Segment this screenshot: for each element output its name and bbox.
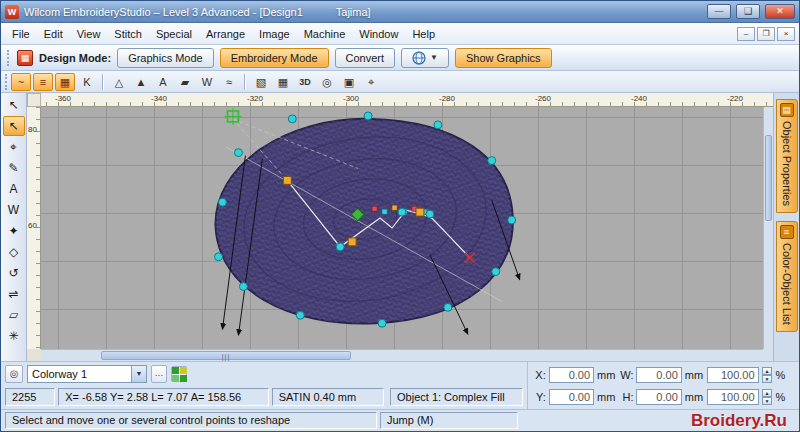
threed-effect-icon[interactable]: 3D	[295, 73, 315, 91]
color-object-list-icon: ≡	[780, 225, 794, 239]
globe-icon	[412, 51, 426, 65]
horizontal-scrollbar[interactable]: |||	[41, 349, 763, 361]
satin-stitch-icon[interactable]: ≡	[33, 73, 53, 91]
tab-color-object-list[interactable]: ≡ Color-Object List	[776, 221, 798, 332]
chevron-down-icon[interactable]: ▼	[131, 366, 146, 382]
select-tool[interactable]: ↖	[3, 95, 25, 115]
column-b-icon[interactable]: ▲	[131, 73, 151, 91]
lettering-icon[interactable]: A	[153, 73, 173, 91]
grid-icon[interactable]: ▦	[273, 73, 293, 91]
minimize-button[interactable]: —	[707, 4, 731, 19]
w-field[interactable]: 0.00	[636, 367, 681, 383]
motif-tool[interactable]: W	[3, 200, 25, 220]
canvas-area: -360-340-320-300-280-260-240-220 8060	[27, 93, 773, 361]
menu-item-machine[interactable]: Machine	[297, 25, 353, 43]
h-ruler-label: -300	[343, 94, 359, 103]
complex-fill-icon[interactable]: ▰	[175, 73, 195, 91]
menubar: FileEditViewStitchSpecialArrangeImageMac…	[1, 23, 799, 45]
embroidery-mode-button[interactable]: Embroidery Mode	[220, 48, 329, 68]
h-ruler-label: -260	[535, 94, 551, 103]
shape-tool[interactable]: ▱	[3, 305, 25, 325]
outline-tool[interactable]: ◇	[3, 242, 25, 262]
wave-fill-icon[interactable]: ≈	[219, 73, 239, 91]
x-field[interactable]: 0.00	[549, 367, 594, 383]
coordinates-panel: X: 0.00 mm W: 0.00 mm 100.00 ▲▼ % Y: 0.0…	[527, 362, 799, 409]
design-mode-label: Design Mode:	[39, 52, 111, 64]
menu-item-image[interactable]: Image	[252, 25, 297, 43]
menu-item-help[interactable]: Help	[405, 25, 442, 43]
menu-item-window[interactable]: Window	[352, 25, 405, 43]
hint-message: Select and move one or several control p…	[5, 412, 377, 429]
vertical-scrollbar[interactable]	[763, 107, 773, 349]
overview-window-icon[interactable]: ▣	[339, 73, 359, 91]
scale-y-spinner[interactable]: ▲▼	[762, 389, 773, 405]
maximize-button[interactable]: ❑	[736, 4, 760, 19]
colorway-value: Colorway 1	[28, 368, 131, 380]
measure-icon[interactable]: ⌖	[361, 73, 381, 91]
toolbar-grip[interactable]	[7, 50, 11, 66]
bottom-dock: ◎ Colorway 1 ▼ … 2255 X= -6.58 Y= 2.58 L…	[1, 361, 799, 409]
embroidery-object[interactable]	[215, 119, 512, 324]
graphics-mode-button[interactable]: Graphics Mode	[117, 48, 214, 68]
menu-item-arrange[interactable]: Arrange	[199, 25, 252, 43]
mdi-close-button[interactable]: ×	[777, 27, 795, 41]
current-stitch-type: SATIN 0.40 mm	[272, 388, 384, 406]
close-button[interactable]: ✕	[765, 4, 795, 19]
tab-object-properties[interactable]: ▤ Object Properties	[776, 99, 798, 213]
show-graphics-button[interactable]: Show Graphics	[455, 48, 552, 68]
scroll-corner-right	[763, 349, 773, 361]
mode-toolbar: ▦ Design Mode: Graphics Mode Embroidery …	[1, 45, 799, 71]
zoom-icon[interactable]: ◎	[317, 73, 337, 91]
menu-item-stitch[interactable]: Stitch	[107, 25, 149, 43]
run-stitch-icon[interactable]: ~	[11, 73, 31, 91]
scale-y-field[interactable]: 100.00	[707, 389, 758, 405]
reshape-tool[interactable]: ↖	[3, 116, 25, 136]
measure-tool[interactable]: ⌖	[3, 137, 25, 157]
mdi-restore-button[interactable]: ❐	[757, 27, 775, 41]
menu-item-edit[interactable]: Edit	[37, 25, 70, 43]
menu-item-file[interactable]: File	[5, 25, 37, 43]
horizontal-scrollbar-thumb[interactable]: |||	[101, 351, 351, 360]
motif-fill-icon[interactable]: W	[197, 73, 217, 91]
start-point-marker[interactable]	[224, 108, 241, 125]
fill-tool[interactable]: ✦	[3, 221, 25, 241]
right-panel-tabs: ▤ Object Properties ≡ Color-Object List	[773, 93, 799, 361]
x-unit: mm	[597, 369, 617, 381]
rotate-tool[interactable]: ↺	[3, 263, 25, 283]
colorway-colors-icon[interactable]	[171, 366, 187, 382]
design-canvas[interactable]	[41, 107, 763, 349]
motif-run-icon[interactable]: K	[77, 73, 97, 91]
titlebar: W Wilcom EmbroideryStudio – Level 3 Adva…	[1, 1, 799, 23]
colorway-options-button[interactable]: …	[151, 365, 167, 383]
h-ruler-label: -280	[439, 94, 455, 103]
pin-icon[interactable]: ◎	[5, 365, 23, 383]
vertical-scrollbar-thumb[interactable]	[765, 135, 772, 221]
toolbar-grip[interactable]	[5, 74, 9, 90]
h-field[interactable]: 0.00	[636, 389, 681, 405]
tatami-stitch-icon[interactable]: ▦	[55, 73, 75, 91]
backdrop-icon[interactable]: ▧	[251, 73, 271, 91]
h-ruler: -360-340-320-300-280-260-240-220	[41, 93, 773, 107]
ruler-corner	[27, 93, 41, 107]
stitch-app-icon: ▦	[17, 50, 33, 66]
node-edit-tool[interactable]: ✳	[3, 326, 25, 346]
column-a-icon[interactable]: △	[109, 73, 129, 91]
menu-item-special[interactable]: Special	[149, 25, 199, 43]
scale-x-field[interactable]: 100.00	[707, 367, 758, 383]
window-title-machine: Tajima]	[336, 6, 371, 18]
lettering-tool[interactable]: A	[3, 179, 25, 199]
digitize-tool[interactable]: ✎	[3, 158, 25, 178]
globe-button[interactable]: ▼	[401, 48, 449, 68]
convert-button[interactable]: Convert	[335, 48, 396, 68]
mdi-minimize-button[interactable]: –	[737, 27, 755, 41]
y-field[interactable]: 0.00	[549, 389, 594, 405]
w-unit: mm	[685, 369, 705, 381]
h-ruler-label: -360	[55, 94, 71, 103]
mirror-tool[interactable]: ⇌	[3, 284, 25, 304]
v-ruler-label: 80	[28, 125, 37, 134]
colorway-select[interactable]: Colorway 1 ▼	[27, 365, 147, 383]
show-graphics-label: Show Graphics	[466, 52, 541, 64]
stitch-count: 2255	[5, 388, 55, 406]
menu-item-view[interactable]: View	[70, 25, 108, 43]
scale-x-spinner[interactable]: ▲▼	[762, 367, 773, 383]
